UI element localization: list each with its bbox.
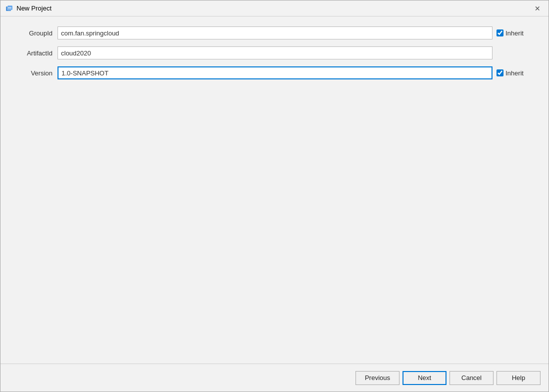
previous-button[interactable]: Previous xyxy=(356,371,400,385)
dialog-content: GroupId Inherit ArtifactId Inherit xyxy=(0,16,548,364)
groupid-inherit-checkbox[interactable] xyxy=(496,29,504,36)
close-button[interactable]: ✕ xyxy=(532,2,544,14)
groupid-input-wrap: Inherit xyxy=(58,26,536,39)
groupid-input[interactable] xyxy=(58,26,492,39)
svg-rect-3 xyxy=(8,8,12,9)
artifactid-input[interactable] xyxy=(58,46,492,59)
version-input-wrap: Inherit xyxy=(58,66,536,79)
artifactid-input-wrap: Inherit xyxy=(58,46,536,59)
help-button[interactable]: Help xyxy=(496,371,540,385)
cancel-button[interactable]: Cancel xyxy=(450,371,494,385)
version-input[interactable] xyxy=(58,66,492,79)
title-bar-left: New Project xyxy=(6,4,52,12)
groupid-inherit-wrap: Inherit xyxy=(496,29,536,37)
version-inherit-checkbox[interactable] xyxy=(496,69,504,76)
groupid-row: GroupId Inherit xyxy=(12,26,536,39)
title-bar: New Project ✕ xyxy=(0,0,548,16)
version-label: Version xyxy=(12,69,52,77)
version-row: Version Inherit xyxy=(12,66,536,79)
artifactid-label: ArtifactId xyxy=(12,49,52,57)
groupid-label: GroupId xyxy=(12,29,52,37)
dialog-window: New Project ✕ GroupId Inherit ArtifactId xyxy=(0,0,549,392)
dialog-footer: Previous Next Cancel Help xyxy=(0,364,548,392)
artifactid-row: ArtifactId Inherit xyxy=(12,46,536,59)
version-inherit-wrap: Inherit xyxy=(496,69,536,77)
next-button[interactable]: Next xyxy=(402,371,446,385)
window-title: New Project xyxy=(16,4,52,12)
window-icon xyxy=(6,4,14,12)
version-inherit-label: Inherit xyxy=(506,69,524,77)
svg-rect-2 xyxy=(8,7,12,8)
groupid-inherit-label: Inherit xyxy=(506,29,524,37)
